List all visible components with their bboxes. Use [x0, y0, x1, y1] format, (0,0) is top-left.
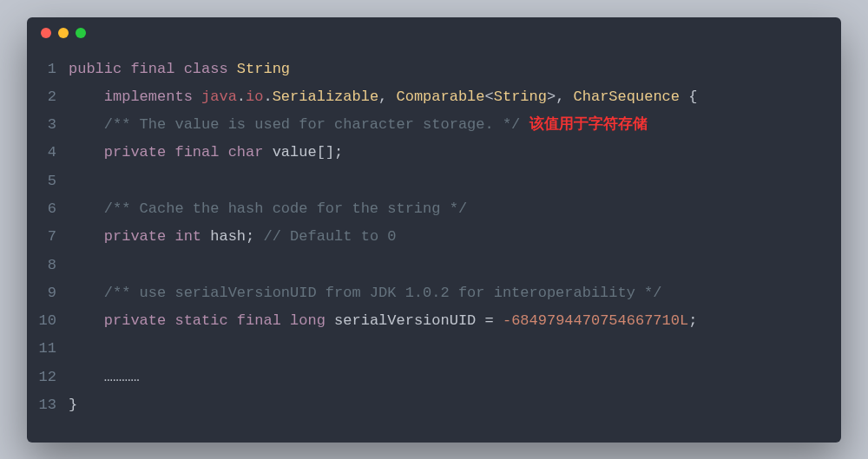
token-cls: CharSequence	[574, 89, 680, 105]
line-number: 2	[27, 83, 69, 111]
token-plain: >,	[547, 89, 574, 105]
token-kw: class	[184, 61, 228, 77]
token-kw: final	[130, 61, 174, 77]
code-content: private int hash; // Default to 0	[69, 223, 841, 251]
code-line: 11	[27, 335, 841, 363]
code-area: 1public final class String2 implements j…	[27, 49, 841, 443]
code-line: 1public final class String	[27, 56, 841, 83]
line-number: 9	[27, 279, 69, 307]
token-plain	[193, 89, 201, 105]
token-comment: /** use serialVersionUID from JDK 1.0.2 …	[104, 285, 662, 301]
window-titlebar	[27, 17, 841, 49]
code-line: 2 implements java.io.Serializable, Compa…	[27, 83, 841, 111]
code-content: …………	[69, 364, 841, 391]
token-plain	[69, 144, 104, 161]
token-ident: serialVersionUID	[334, 312, 476, 329]
code-content: /** use serialVersionUID from JDK 1.0.2 …	[69, 279, 841, 307]
token-ident: …………	[104, 369, 140, 385]
line-number: 3	[27, 111, 69, 139]
token-plain	[520, 116, 529, 133]
token-plain: ,	[378, 89, 396, 105]
line-number: 6	[27, 195, 69, 223]
line-number: 12	[27, 364, 69, 391]
token-plain	[69, 116, 104, 133]
token-cls: Serializable	[273, 89, 378, 105]
code-content: public final class String	[69, 56, 841, 83]
token-comment: // Default to 0	[263, 228, 396, 245]
line-number: 5	[27, 167, 69, 195]
token-annot: 该值用于字符存储	[529, 116, 648, 133]
code-line: 5	[27, 167, 841, 195]
token-plain	[69, 228, 104, 245]
token-plain	[228, 61, 237, 77]
token-plain	[201, 228, 210, 245]
token-plain	[219, 144, 227, 161]
token-plain: [];	[317, 144, 344, 161]
token-plain	[166, 312, 174, 329]
code-content: /** Cache the hash code for the string *…	[69, 195, 841, 223]
token-ident: value	[273, 144, 317, 161]
code-content	[69, 252, 841, 279]
code-line: 3 /** The value is used for character st…	[27, 111, 841, 139]
token-comment: /** The value is used for character stor…	[104, 116, 520, 133]
token-reg: io	[246, 89, 263, 105]
code-line: 12 …………	[27, 364, 841, 391]
token-kw: static	[174, 312, 227, 329]
token-plain: .	[237, 89, 246, 105]
token-cls: Comparable	[397, 89, 485, 105]
code-content	[69, 167, 841, 195]
code-line: 8	[27, 252, 841, 279]
line-number: 11	[27, 335, 69, 363]
token-num: -6849794470754667710L	[503, 312, 688, 329]
line-number: 7	[27, 223, 69, 251]
token-plain	[281, 312, 290, 329]
token-plain	[166, 144, 174, 161]
code-line: 9 /** use serialVersionUID from JDK 1.0.…	[27, 279, 841, 307]
token-kw: private	[104, 144, 166, 161]
token-plain: ;	[246, 228, 263, 245]
code-line: 4 private final char value[];	[27, 139, 841, 167]
token-plain: =	[476, 312, 503, 329]
line-number: 8	[27, 252, 69, 279]
line-number: 4	[27, 139, 69, 167]
code-line: 7 private int hash; // Default to 0	[27, 223, 841, 251]
token-plain: {	[680, 89, 697, 105]
code-line: 10 private static final long serialVersi…	[27, 307, 841, 335]
token-plain: .	[263, 89, 272, 105]
line-number: 10	[27, 307, 69, 335]
token-cls: String	[237, 61, 290, 77]
token-cls: String	[494, 89, 547, 105]
token-plain	[263, 144, 272, 161]
token-typ: char	[228, 144, 264, 161]
token-plain	[69, 369, 104, 385]
line-number: 13	[27, 391, 69, 419]
token-plain	[69, 200, 104, 217]
token-plain: ;	[688, 312, 697, 329]
code-content: private final char value[];	[69, 139, 841, 167]
token-kw: final	[237, 312, 281, 329]
token-plain	[228, 312, 237, 329]
token-ident: hash	[210, 228, 246, 245]
code-content: implements java.io.Serializable, Compara…	[69, 83, 841, 111]
token-comment: /** Cache the hash code for the string *…	[104, 200, 467, 217]
token-kw: public	[69, 61, 122, 77]
code-content: /** The value is used for character stor…	[69, 111, 841, 139]
code-line: 13}	[27, 391, 841, 419]
code-content	[69, 335, 841, 363]
token-plain	[166, 228, 174, 245]
token-plain	[69, 285, 104, 301]
token-kw: implements	[104, 89, 193, 105]
token-typ: long	[290, 312, 326, 329]
token-plain: <	[485, 89, 494, 105]
code-content: }	[69, 391, 841, 419]
token-reg: java	[201, 89, 237, 105]
token-plain	[122, 61, 130, 77]
token-kw: private	[104, 312, 166, 329]
token-kw: final	[174, 144, 219, 161]
maximize-icon[interactable]	[76, 28, 86, 38]
token-plain	[69, 89, 104, 105]
code-content: private static final long serialVersionU…	[69, 307, 841, 335]
minimize-icon[interactable]	[58, 28, 69, 38]
token-plain: }	[69, 397, 77, 413]
close-icon[interactable]	[41, 28, 51, 38]
